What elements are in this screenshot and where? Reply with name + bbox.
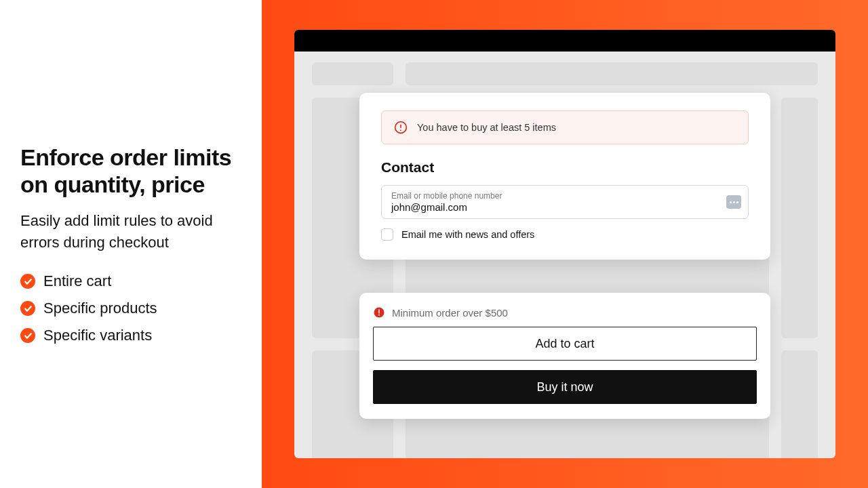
buy-it-now-label: Buy it now [536, 380, 593, 394]
check-icon [20, 328, 35, 343]
minimum-order-warning: Minimum order over $500 [373, 306, 757, 319]
news-offers-checkbox[interactable]: Email me with news and offers [381, 228, 749, 241]
feature-item: Entire cart [20, 272, 241, 290]
autofill-icon[interactable] [726, 195, 741, 209]
skeleton-card [781, 350, 818, 458]
email-field-value: john@gmail.com [391, 201, 718, 213]
check-icon [20, 301, 35, 316]
error-alert: You have to buy at least 5 items [381, 110, 749, 144]
alert-circle-icon [394, 121, 408, 134]
svg-point-2 [400, 129, 401, 131]
skeleton-bar [406, 62, 818, 85]
preview-stage: You have to buy at least 5 items Contact… [294, 30, 835, 458]
check-icon [20, 274, 35, 289]
skeleton-bar [312, 62, 393, 85]
add-to-cart-button[interactable]: Add to cart [373, 327, 757, 361]
headline: Enforce order limits on quantity, price [20, 144, 241, 198]
checkout-contact-card: You have to buy at least 5 items Contact… [359, 93, 770, 260]
feature-label: Specific variants [43, 327, 152, 344]
subline: Easily add limit rules to avoid errors d… [20, 210, 241, 253]
error-alert-text: You have to buy at least 5 items [417, 122, 556, 133]
feature-list: Entire cart Specific products Specific v… [20, 272, 241, 344]
feature-label: Specific products [43, 300, 157, 317]
add-to-cart-label: Add to cart [535, 337, 594, 351]
preview-panel: You have to buy at least 5 items Contact… [262, 0, 868, 488]
checkbox-box[interactable] [381, 228, 393, 241]
buy-it-now-button[interactable]: Buy it now [373, 370, 757, 404]
error-solid-icon [373, 306, 385, 319]
feature-label: Entire cart [43, 272, 111, 290]
svg-rect-4 [378, 310, 380, 314]
product-actions-card: Minimum order over $500 Add to cart Buy … [359, 293, 770, 419]
email-field[interactable]: Email or mobile phone number john@gmail.… [381, 185, 749, 219]
feature-item: Specific variants [20, 327, 241, 344]
checkbox-label: Email me with news and offers [401, 229, 534, 240]
minimum-order-warning-text: Minimum order over $500 [392, 307, 508, 319]
marketing-left-panel: Enforce order limits on quantity, price … [0, 0, 262, 488]
feature-item: Specific products [20, 300, 241, 317]
email-field-label: Email or mobile phone number [391, 191, 718, 201]
contact-heading: Contact [381, 159, 749, 176]
svg-point-5 [378, 314, 380, 316]
skeleton-card [781, 98, 818, 338]
